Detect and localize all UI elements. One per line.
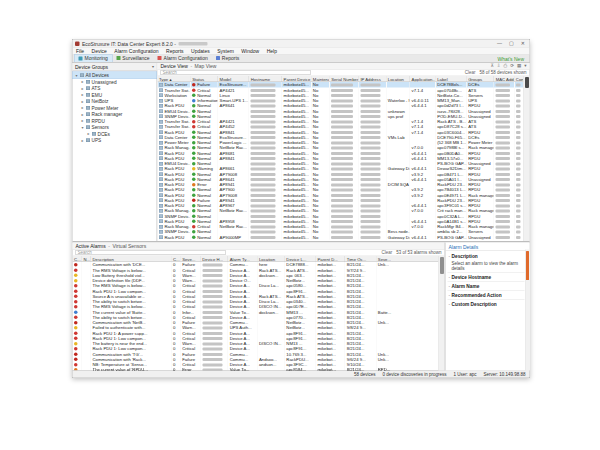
sidebar-item-label: EMU xyxy=(92,92,103,98)
refresh-icon[interactable]: ⟳ xyxy=(510,63,514,69)
redacted-value xyxy=(360,220,380,223)
device-type-icon xyxy=(159,141,163,145)
menu-alarm-configuration[interactable]: Alarm Configuration xyxy=(114,48,158,54)
detail-section-description[interactable]: -Description xyxy=(448,252,525,261)
view-menu-icon[interactable]: ▾ xyxy=(524,63,526,69)
upper-section: Device Groups ▾ ▾All Devices▸Unassigned▸… xyxy=(73,62,530,240)
perspective-tab-monitoring[interactable]: Monitoring xyxy=(74,54,112,62)
maximize-button[interactable]: ▢ xyxy=(509,40,514,48)
device-clear-link[interactable]: Clear xyxy=(465,70,476,75)
alarm-details-title[interactable]: Alarm Details xyxy=(446,242,530,251)
device-type-icon xyxy=(159,230,163,234)
tab-device-view[interactable]: Device View xyxy=(161,63,188,69)
menu-file[interactable]: File xyxy=(76,48,84,54)
alarm-column-header-c[interactable]: C... xyxy=(73,256,82,262)
status-icon xyxy=(192,125,196,129)
detail-section-recommended-action[interactable]: -Recommended Action xyxy=(448,290,525,299)
status-icon xyxy=(192,214,196,218)
redacted-value xyxy=(331,173,353,176)
close-button[interactable]: ✕ xyxy=(521,40,525,48)
detail-section-device-hostname[interactable]: -Device Hostname xyxy=(448,272,525,281)
alarm-severity-icon xyxy=(74,305,78,309)
device-type-icon xyxy=(159,199,163,203)
redacted-value xyxy=(496,157,510,160)
cell-hostname xyxy=(249,234,282,239)
tab-active-alarms[interactable]: Active Alarms xyxy=(76,243,106,249)
redacted-value xyxy=(360,225,380,228)
device-table-scrollbar[interactable] xyxy=(524,76,530,241)
redacted-value xyxy=(251,126,276,129)
cell-location: DCIM SQA xyxy=(386,182,410,187)
alarm-column-header-c[interactable]: C... xyxy=(171,256,180,262)
status-bar-items: 58 devices0 device discoveries in progre… xyxy=(354,372,526,377)
device-type-icon xyxy=(159,136,163,140)
redacted-value xyxy=(496,173,510,176)
device-search-input[interactable] xyxy=(161,70,311,75)
perspective-tab-reports[interactable]: Reports xyxy=(212,54,244,62)
menu-help[interactable]: Help xyxy=(267,48,277,54)
device-type-icon xyxy=(159,188,163,192)
redacted-value xyxy=(251,115,276,118)
alarm-search-input[interactable] xyxy=(76,250,226,255)
export-icon[interactable]: ⇩ xyxy=(497,63,501,69)
alarm-severity-icon xyxy=(74,331,78,335)
detail-section-custom-description[interactable]: -Custom Description xyxy=(448,299,525,308)
column-header-parent-device[interactable]: Parent Device xyxy=(282,76,311,82)
alarm-column-header-n[interactable]: N... xyxy=(82,256,91,262)
redacted-value xyxy=(360,157,380,160)
redacted-value xyxy=(360,199,380,202)
menu-window[interactable]: Window xyxy=(241,48,259,54)
alarm-severity-icon xyxy=(74,263,78,267)
title-bar[interactable]: EcoStruxure IT: Data Center Expert 8.2.0… xyxy=(73,40,530,48)
cell-application: v6.4.4.1 xyxy=(410,234,436,239)
alarm-details-scrollbar[interactable] xyxy=(526,249,530,370)
perspective-tab-surveillance[interactable]: Surveillance xyxy=(112,54,153,62)
whats-new-link[interactable]: What's New xyxy=(497,56,528,62)
alarm-count-label: 53 of 53 alarms shown xyxy=(396,250,441,255)
alarm-details-scrollbar-thumb[interactable] xyxy=(526,251,529,280)
column-header-maintenan[interactable]: Maintenan... xyxy=(311,76,329,82)
redacted-value xyxy=(360,152,380,155)
menu-system[interactable]: System xyxy=(217,48,234,54)
detail-section-alarm-name[interactable]: -Alarm Name xyxy=(448,281,525,290)
status-icon xyxy=(192,94,196,98)
menu-reports[interactable]: Reports xyxy=(166,48,184,54)
tab-virtual-sensors[interactable]: Virtual Sensors xyxy=(112,243,146,249)
status-item: Server: 10.149.98.88 xyxy=(483,372,525,377)
redacted-value xyxy=(360,94,380,97)
columns-icon[interactable]: ▦ xyxy=(517,63,521,69)
column-header-contact-na[interactable]: Contact Na... xyxy=(514,76,523,82)
device-type-icon xyxy=(159,162,163,166)
dash-icon: - xyxy=(449,301,451,307)
redacted-value xyxy=(251,189,276,192)
device-type-icon xyxy=(159,193,163,197)
perspective-tab-alarm-configuration[interactable]: Alarm Configuration xyxy=(154,54,212,62)
column-header-application[interactable]: Application... xyxy=(410,76,436,82)
device-type-icon xyxy=(159,235,163,239)
menu-device[interactable]: Device xyxy=(92,48,107,54)
redacted-value xyxy=(251,173,276,176)
cell-model: AP9000MP xyxy=(218,234,249,239)
device-groups-header[interactable]: Device Groups ▾ xyxy=(73,63,157,71)
redacted-value xyxy=(516,105,521,108)
tab-map-view[interactable]: Map View xyxy=(195,63,217,69)
sidebar-item-ups[interactable]: ▸UPS xyxy=(73,137,157,144)
pin-icon[interactable]: ⊼ xyxy=(491,63,494,69)
alarm-table: C...N...DescriptionC...Seve...Device H..… xyxy=(73,256,439,371)
alarm-clear-link[interactable]: Clear xyxy=(381,250,392,255)
status-icon xyxy=(192,157,196,161)
status-item: 0 device discoveries in progress xyxy=(382,372,446,377)
print-icon[interactable]: ⎙ xyxy=(504,63,508,69)
column-header-serial-number[interactable]: Serial Number xyxy=(329,76,358,82)
sidebar-item-label: Power Meter xyxy=(92,105,119,111)
device-row[interactable]: Rack PDUNormalAP9000MPmikebotz45...NoGat… xyxy=(158,234,524,239)
chevron-down-icon[interactable]: ▾ xyxy=(152,64,154,69)
device-scrollbar-thumb[interactable] xyxy=(525,77,529,88)
column-header-mac-address[interactable]: MAC Address xyxy=(494,76,514,82)
dash-icon: - xyxy=(449,274,451,280)
alarm-view-tabs: Active Alarms - Virtual Sensors xyxy=(73,242,445,249)
cell-contact-na xyxy=(514,234,523,239)
minimize-button[interactable]: — xyxy=(497,40,502,48)
menu-updates[interactable]: Updates xyxy=(191,48,210,54)
alarm-scrollbar-thumb[interactable] xyxy=(440,257,444,274)
